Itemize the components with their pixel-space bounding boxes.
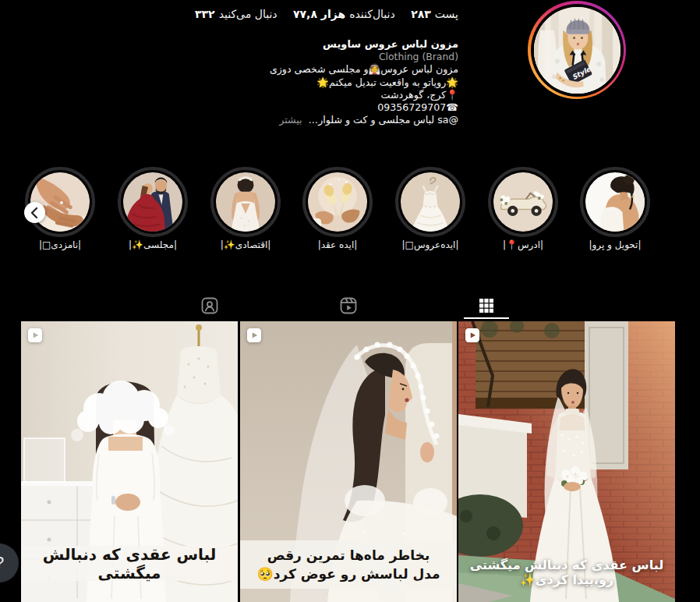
bio-line-2: 🌟رویاتو به واقعیت تبدیل میکنم🌟	[178, 76, 458, 89]
chevron-left-icon	[27, 204, 44, 221]
profile-bio: مزون لباس عروس ساویس Clothing (Brand) مز…	[178, 38, 458, 126]
tab-reels[interactable]	[339, 296, 358, 315]
grid-icon	[477, 296, 496, 315]
followers-count: ۷۷,۸ هزار	[293, 8, 345, 20]
highlight-label: |تحویل و پرو|	[560, 239, 670, 250]
profile-avatar[interactable]: Style	[528, 1, 626, 99]
highlight-address[interactable]: |ادرس📍|	[488, 167, 558, 237]
avatar-illustration: Style	[534, 7, 620, 94]
post-caption-overlay: بخاطر ماه‌ها تمرین رقص مدل لباسش رو عوض …	[240, 540, 457, 589]
bio-more-link[interactable]: بیشتر	[279, 114, 302, 126]
highlight-cover-woman-back	[585, 172, 645, 232]
reels-icon	[339, 296, 358, 315]
avatar-image: Style	[534, 7, 620, 94]
highlight-bride-idea[interactable]: |ایده‌عروس□|	[395, 167, 465, 237]
highlight-delivery-fitting[interactable]: |تحویل و پرو|	[580, 167, 650, 237]
tab-tagged[interactable]	[200, 296, 219, 315]
post-thumbnail-2[interactable]: بخاطر ماه‌ها تمرین رقص مدل لباسش رو عوض …	[240, 321, 457, 602]
post-thumbnail-1[interactable]: لباس عقدی که دنبالش میگشتی	[21, 321, 238, 602]
profile-stats: ۳۳۲ دنبال می‌کنید ۷۷,۸ هزار دنبال‌کننده …	[195, 8, 458, 20]
active-tab-underline	[464, 317, 509, 319]
post-thumbnail-3[interactable]: لباس عقدی که دنبالش میگشتی رو،پیدا کردی✨	[458, 321, 675, 602]
question-mark-label: ?	[0, 553, 4, 573]
stat-following[interactable]: ۳۳۲ دنبال می‌کنید	[195, 8, 278, 20]
highlight-ring	[118, 167, 188, 237]
highlight-cover-hands	[30, 172, 90, 232]
following-count: ۳۳۲	[195, 8, 215, 20]
video-play-icon	[247, 328, 261, 342]
video-play-icon	[28, 328, 42, 342]
profile-category: Clothing (Brand)	[178, 51, 458, 63]
post-caption-text: لباس عقدی که دنبالش میگشتی	[21, 545, 238, 583]
highlight-ring	[395, 167, 465, 237]
post-caption-overlay: لباس عقدی که دنبالش میگشتی	[21, 546, 238, 581]
posts-count: ۲۸۳	[411, 8, 431, 20]
highlight-aghd-idea[interactable]: |ایده عقد|	[302, 167, 373, 237]
highlight-economy[interactable]: |اقتصادی✨|	[210, 167, 281, 237]
profile-display-name: مزون لباس عروس ساویس	[178, 38, 458, 51]
followers-label: دنبال‌کننده	[349, 8, 395, 20]
bio-phone-number: ☎09356729707	[178, 101, 458, 114]
tagged-icon	[200, 296, 219, 315]
highlight-cover-bride-back	[216, 172, 275, 232]
avatar-ring-gap: Style	[531, 4, 624, 97]
bio-line-truncated: @sa لباس مجلسی و کت و شلوار… بیشتر	[178, 114, 458, 126]
highlight-cover-cheers	[308, 172, 367, 232]
stat-posts: ۲۸۳ پست	[411, 8, 458, 20]
bio-truncated-text: @sa لباس مجلسی و کت و شلوار…	[309, 114, 458, 126]
stat-followers[interactable]: ۷۷,۸ هزار دنبال‌کننده	[293, 8, 395, 20]
highlight-ring	[580, 167, 650, 237]
posts-label: پست	[435, 8, 458, 20]
post-caption-text: لباس عقدی که دنبالش میگشتی رو،پیدا کردی✨	[458, 558, 675, 587]
tab-grid-posts[interactable]	[477, 296, 496, 315]
post-caption-line-2: مدل لباسش رو عوض کرد🥺	[256, 565, 440, 583]
highlights-prev-button[interactable]	[24, 202, 45, 223]
highlight-evening[interactable]: |مجلسی✨|	[118, 167, 188, 237]
highlight-cover-couple	[123, 172, 182, 232]
highlight-cover-car	[493, 172, 553, 232]
highlight-ring	[302, 167, 373, 237]
post-caption-line-1: بخاطر ماه‌ها تمرین رقص	[267, 546, 430, 565]
highlight-ring	[488, 167, 558, 237]
highlight-cover-dress-hanger	[401, 172, 460, 232]
highlight-ring	[210, 167, 281, 237]
bio-line-1: مزون لباس عروس👰و مجلسی شخصی دوزی	[178, 63, 458, 76]
video-play-icon	[465, 328, 479, 342]
help-button[interactable]: ?	[0, 544, 19, 583]
bio-line-3: 📍کرج، گوهردشت	[178, 89, 458, 101]
following-label: دنبال می‌کنید	[219, 8, 278, 20]
